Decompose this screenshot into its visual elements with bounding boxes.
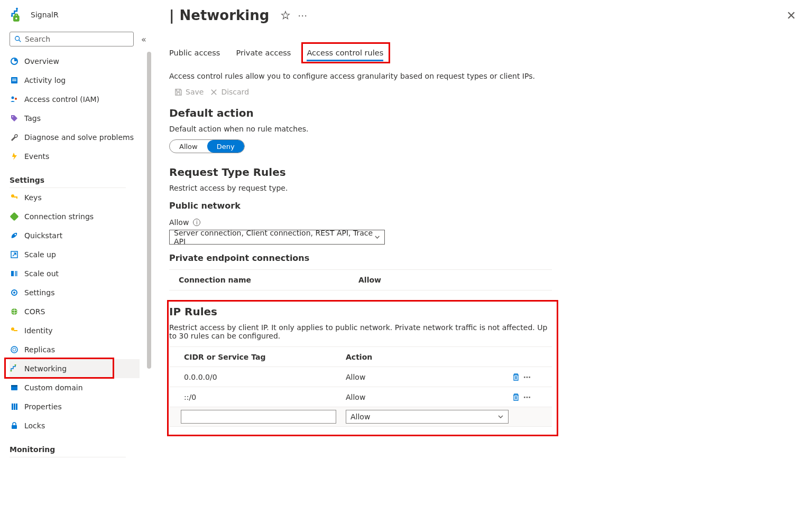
tab-bar: Public access Private access Access cont… <box>169 45 796 60</box>
svg-point-30 <box>11 370 12 372</box>
svg-rect-37 <box>12 425 17 429</box>
search-placeholder: Search <box>25 35 50 43</box>
svg-rect-16 <box>16 196 17 199</box>
nav-label: Access control (IAM) <box>24 95 99 104</box>
sidebar-item-overview[interactable]: Overview <box>10 52 140 71</box>
request-types-select[interactable]: Server connection, Client connection, RE… <box>169 230 385 245</box>
sidebar-item-diagnose[interactable]: Diagnose and solve problems <box>10 128 140 147</box>
save-button[interactable]: Save <box>174 88 204 96</box>
properties-icon <box>10 402 19 411</box>
svg-rect-28 <box>14 330 17 331</box>
sidebar-item-keys[interactable]: Keys <box>10 188 140 207</box>
close-button[interactable]: ✕ <box>787 9 796 22</box>
pe-column-allow: Allow <box>358 276 381 284</box>
discard-button[interactable]: Discard <box>210 88 249 96</box>
ip-rule-cidr: ::/0 <box>169 393 346 401</box>
sidebar-item-properties[interactable]: Properties <box>10 397 140 416</box>
default-action-heading: Default action <box>169 107 796 119</box>
svg-line-6 <box>19 40 21 42</box>
sidebar-item-locks[interactable]: Locks <box>10 416 140 435</box>
key-icon <box>10 193 19 202</box>
sidebar-item-scale-out[interactable]: Scale out <box>10 264 140 283</box>
ip-column-action: Action <box>346 353 512 361</box>
nav-label: Scale up <box>24 250 56 259</box>
svg-point-31 <box>15 364 16 366</box>
toggle-deny[interactable]: Deny <box>207 140 244 153</box>
collapse-sidebar-icon[interactable]: « <box>139 34 149 44</box>
tab-public-access[interactable]: Public access <box>169 45 220 60</box>
sidebar-item-events[interactable]: Events <box>10 147 140 166</box>
wrench-icon <box>10 133 19 142</box>
sidebar-nav: Overview Activity log Access control (IA… <box>10 52 153 457</box>
nav-label: Keys <box>24 193 42 202</box>
nav-label: Diagnose and solve problems <box>24 133 134 142</box>
row-more-icon[interactable]: ⋯ <box>523 373 531 381</box>
nav-label: Connection strings <box>24 212 94 221</box>
lock-icon <box>10 421 19 430</box>
pe-column-connection-name: Connection name <box>169 276 358 284</box>
svg-rect-35 <box>14 404 15 410</box>
ip-rule-cidr: 0.0.0.0/0 <box>169 373 346 381</box>
favorite-star-icon[interactable] <box>281 11 290 20</box>
sidebar-item-scale-up[interactable]: Scale up <box>10 245 140 264</box>
nav-label: Tags <box>24 114 41 123</box>
row-more-icon[interactable]: ⋯ <box>523 393 531 401</box>
sidebar-item-cors[interactable]: CORS <box>10 302 140 321</box>
nav-label: Quickstart <box>24 231 62 240</box>
svg-point-4 <box>15 17 17 20</box>
svg-rect-9 <box>12 79 16 80</box>
nav-label: Custom domain <box>24 383 83 392</box>
more-icon[interactable]: ⋯ <box>298 10 307 21</box>
domain-icon <box>10 383 19 392</box>
chevron-down-icon <box>374 234 380 240</box>
activity-log-icon <box>10 76 19 85</box>
delete-icon[interactable] <box>512 373 520 381</box>
sidebar-item-quickstart[interactable]: Quickstart <box>10 226 140 245</box>
tab-access-control-rules[interactable]: Access control rules <box>307 45 383 60</box>
scale-up-icon <box>10 250 19 259</box>
svg-rect-21 <box>15 271 17 276</box>
tab-private-access[interactable]: Private access <box>236 45 291 60</box>
sidebar-item-connection-strings[interactable]: Connection strings <box>10 207 140 226</box>
nav-label: Events <box>24 152 49 161</box>
sidebar-item-access-control[interactable]: Access control (IAM) <box>10 90 140 109</box>
sidebar-scrollbar[interactable] <box>147 52 151 369</box>
ip-rule-row: ::/0 Allow ⋯ <box>169 387 552 407</box>
sidebar-item-identity[interactable]: Identity <box>10 321 140 340</box>
svg-rect-3 <box>15 14 18 17</box>
tab-description: Access control rules allow you to config… <box>169 72 796 80</box>
ip-rule-new-row: Allow <box>169 407 552 427</box>
people-icon <box>10 95 19 104</box>
allow-label: Allow <box>169 218 189 227</box>
svg-point-1 <box>16 8 18 10</box>
new-action-select[interactable]: Allow <box>346 410 509 424</box>
sidebar-item-replicas[interactable]: Replicas <box>10 340 140 359</box>
ip-rule-action: Allow <box>346 393 512 401</box>
main-content: | Networking ⋯ ✕ Public access Private a… <box>153 0 812 516</box>
svg-point-12 <box>15 98 17 100</box>
toggle-allow[interactable]: Allow <box>170 140 207 153</box>
chevron-down-icon <box>497 414 504 420</box>
svg-rect-33 <box>11 385 17 387</box>
delete-icon[interactable] <box>512 393 520 401</box>
sidebar-item-custom-domain[interactable]: Custom domain <box>10 378 140 397</box>
sidebar-group-settings: Settings <box>10 172 126 188</box>
svg-point-29 <box>11 346 17 353</box>
sidebar-item-networking[interactable]: Networking <box>10 359 140 378</box>
quickstart-icon <box>10 231 19 240</box>
ip-rule-row: 0.0.0.0/0 Allow ⋯ <box>169 367 552 387</box>
nav-label: Settings <box>24 288 54 297</box>
private-endpoint-table: Connection name Allow <box>169 269 552 290</box>
sidebar-item-tags[interactable]: Tags <box>10 109 140 128</box>
sidebar-group-monitoring: Monitoring <box>10 442 126 457</box>
nav-label: CORS <box>24 307 45 316</box>
svg-rect-20 <box>11 271 14 276</box>
sidebar-item-activity-log[interactable]: Activity log <box>10 71 140 90</box>
new-cidr-input[interactable] <box>181 410 336 424</box>
info-icon[interactable]: i <box>193 219 200 226</box>
default-action-toggle[interactable]: Allow Deny <box>169 139 245 153</box>
sidebar-item-settings[interactable]: Settings <box>10 283 140 302</box>
svg-point-11 <box>12 97 14 99</box>
search-input[interactable]: Search <box>10 32 134 46</box>
cors-icon <box>10 307 19 316</box>
